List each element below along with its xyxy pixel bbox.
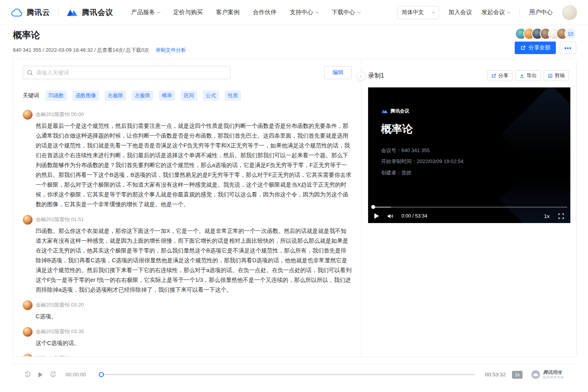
start-meeting-link[interactable]: 发起会议	[481, 9, 510, 16]
title-actions: 分享全部 •••	[515, 42, 576, 54]
chevron-down-icon	[316, 10, 319, 13]
svg-text:5: 5	[52, 373, 54, 377]
brand-area: 腾讯云 腾讯会议	[11, 7, 113, 18]
tencent-meeting-icon	[381, 109, 388, 114]
page-title: 概率论	[13, 29, 40, 41]
user-avatar[interactable]	[562, 5, 577, 20]
language-select[interactable]: 简体中文	[397, 6, 439, 19]
record-analysis-link[interactable]: 录制文件分析	[156, 47, 186, 54]
entry-header: 金融201陈晋怡 03:35	[36, 327, 352, 336]
entry-header: 金融201陈晋怡 03:20	[36, 300, 352, 310]
provider-brand: 腾讯同传 提供技术支持	[531, 370, 564, 379]
timeline-slider[interactable]	[99, 372, 475, 377]
join-meeting-link[interactable]: 加入会议	[448, 9, 472, 16]
transcript-entry[interactable]: 金融201陈晋怡 00:00 然后是最后一个是这个规范性，然后我们需要注意一点，…	[23, 109, 352, 209]
search-row: 编辑	[23, 66, 352, 79]
controls-right: 1x	[544, 213, 564, 219]
meta-text: 640 341 355 / 2022-03-09 18:46:32 / 总查看1…	[13, 47, 149, 54]
entry-header: 金融201陈晋怡 00:00	[36, 109, 352, 119]
play-button[interactable]	[374, 213, 379, 219]
main-content-card: 编辑 关键词 凹函数 函数图像 右极限 左极限 概率 区间 公式 性质 金融20…	[13, 59, 577, 357]
clip-icon	[548, 73, 553, 78]
keyword-tag[interactable]: 区间	[181, 91, 197, 101]
keyword-tag[interactable]: 凹函数	[45, 91, 67, 101]
nav-support[interactable]: 支持中心	[290, 9, 318, 16]
tencent-cloud-icon	[11, 8, 23, 17]
progress-track[interactable]	[391, 207, 567, 208]
export-button[interactable]: 导出	[515, 70, 541, 81]
user-center-link[interactable]: 用户中心	[529, 9, 553, 16]
speaker-avatar	[23, 327, 33, 337]
keyword-tag[interactable]: 右极限	[105, 91, 126, 101]
more-button[interactable]: •••	[560, 42, 576, 54]
edit-button[interactable]: 编辑	[324, 66, 352, 79]
share-button[interactable]: 分享	[487, 70, 512, 81]
recording-meta: 640 341 355 / 2022-03-09 18:46:32 / 总查看1…	[13, 47, 186, 54]
chevron-down-icon	[157, 10, 160, 13]
transcript-entry[interactable]: 金融201陈晋怡 03:35 这个C选项的话。	[23, 327, 352, 348]
record-start-time: 开始录制时间：2022/03/09 19:02:54	[381, 158, 463, 165]
current-time: 00:00:00	[65, 372, 86, 377]
keyword-search-box[interactable]	[23, 66, 230, 79]
collapse-panel-button[interactable]: ›	[357, 72, 365, 80]
svg-text:5: 5	[27, 373, 29, 377]
keyword-tag[interactable]: 左极限	[132, 91, 153, 101]
slider-handle[interactable]	[99, 372, 104, 377]
meeting-number: 会议号：640 341 355	[381, 147, 430, 154]
entry-text[interactable]: 然后是最后一个是这个规范性，然后我们需要注意一点，就是这四个性质是我们判断一个函…	[36, 121, 352, 209]
chevron-down-icon	[507, 10, 510, 13]
provider-subtitle: 提供技术支持	[543, 376, 564, 379]
slider-track[interactable]	[103, 374, 475, 375]
share-icon	[491, 73, 496, 78]
video-player[interactable]: 腾讯会议 概率论 会议号：640 341 355 开始录制时间：2022/03/…	[368, 87, 570, 223]
video-progress-bar[interactable]	[371, 205, 567, 209]
playback-speed[interactable]: 1x	[544, 213, 550, 219]
entry-text[interactable]: 凹函数。那么你这个衣架就是，那你这下面这个一加X，它是一个。就是非常正常的一个一…	[36, 226, 352, 295]
clip-button[interactable]: 剪辑	[544, 70, 569, 81]
fullscreen-icon[interactable]	[558, 213, 564, 219]
speed-badge[interactable]: 1x	[512, 371, 523, 379]
nav-download[interactable]: 下载中心	[332, 9, 360, 16]
player-pane: 录制1 分享 导出 剪辑	[361, 59, 577, 356]
search-input[interactable]	[36, 69, 226, 76]
rewind-5-button[interactable]: 5	[24, 371, 31, 378]
tencent-cloud-logo-text[interactable]: 腾讯云	[27, 7, 50, 18]
volume-icon[interactable]	[387, 213, 394, 219]
keyword-tag[interactable]: 函数图像	[73, 91, 99, 101]
tencent-meeting-logo-text[interactable]: 腾讯会议	[82, 7, 113, 18]
keywords-row: 关键词 凹函数 函数图像 右极限 左极限 概率 区间 公式 性质	[23, 91, 352, 101]
entry-text[interactable]: 这个C选项的话。	[36, 338, 352, 348]
speaker-avatar	[23, 354, 33, 356]
transcript-entry[interactable]: 金融201陈晋怡 01:51 凹函数。那么你这个衣架就是，那你这下面这个一加X，…	[23, 214, 352, 295]
provider-name: 腾讯同传	[543, 370, 564, 376]
entry-header: 金融201陈晋怡 04:14	[36, 353, 352, 356]
nav-pricing[interactable]: 定价与购买	[173, 9, 203, 16]
speaker-avatar	[23, 110, 33, 120]
keyword-tag[interactable]: 公式	[203, 91, 219, 101]
tencent-meeting-icon	[66, 8, 78, 17]
video-title: 概率论	[381, 122, 413, 136]
nav-cases[interactable]: 客户案例	[216, 9, 240, 16]
transcript-entry[interactable]: 金融201陈晋怡 03:20 C选项。	[23, 300, 352, 321]
main-nav: 产品服务 定价与购买 客户案例 合作伙伴 支持中心 下载中心	[131, 9, 360, 16]
chevron-down-icon	[432, 10, 435, 13]
keyword-tag[interactable]: 概率	[159, 91, 175, 101]
top-navigation: 腾讯云 腾讯会议 产品服务 定价与购买 客户案例 合作伙伴 支持中心 下载中心 …	[0, 0, 588, 25]
nav-partners[interactable]: 合作伙伴	[253, 9, 276, 16]
keyword-tag[interactable]: 性质	[225, 91, 241, 101]
participants-count-badge[interactable]: 10	[564, 28, 576, 40]
transcript-list[interactable]: 金融201陈晋怡 00:00 然后是最后一个是这个规范性，然后我们需要注意一点，…	[23, 109, 352, 356]
nav-products[interactable]: 产品服务	[131, 9, 160, 16]
progress-handle[interactable]	[371, 205, 375, 209]
player-header: 录制1 分享 导出 剪辑	[368, 70, 569, 81]
forward-5-button[interactable]: 5	[49, 371, 57, 378]
play-button[interactable]	[38, 372, 43, 378]
transcript-entry[interactable]: 金融201陈晋怡 04:14 Sorry，大家这题我还是没有很准备好，这样，我们…	[23, 353, 352, 356]
topnav-right: 简体中文 加入会议 发起会议 用户中心	[397, 5, 577, 20]
entry-header: 金融201陈晋怡 01:51	[36, 214, 352, 224]
time-display: 0:00 / 53:34	[401, 213, 427, 219]
entry-text[interactable]: C选项。	[36, 312, 352, 321]
divider	[519, 9, 520, 16]
share-icon	[520, 45, 526, 51]
share-all-button[interactable]: 分享全部	[515, 42, 556, 54]
